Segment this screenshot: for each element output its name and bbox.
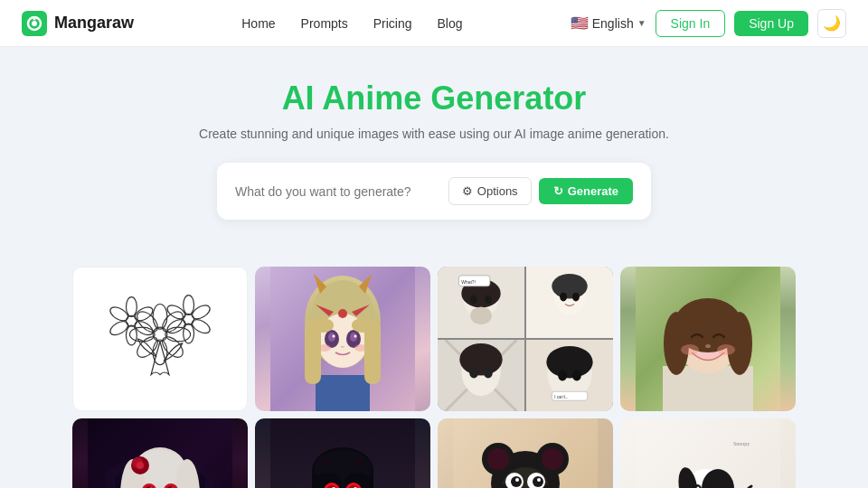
image-gallery: What?! — [0, 267, 868, 488]
svg-point-2 — [32, 21, 37, 26]
gallery-image-6[interactable] — [255, 418, 430, 488]
manga-panel-1: What?! — [438, 267, 524, 338]
manga-panel-svg-4: I can't... — [526, 340, 613, 411]
options-label: Options — [477, 184, 518, 198]
svg-point-61 — [560, 293, 567, 302]
svg-point-84 — [717, 344, 735, 355]
flower-sketch-svg — [73, 267, 247, 410]
nav-right: 🇺🇸 English ▼ Sign In Sign Up 🌙 — [571, 9, 846, 38]
generate-button[interactable]: ↻ Generate — [539, 178, 633, 204]
svg-point-74 — [572, 371, 581, 381]
anime-girl-svg — [255, 267, 430, 411]
snoopy-visual: Snoopy — [620, 418, 796, 488]
gallery-image-7[interactable] — [438, 418, 613, 488]
svg-point-85 — [705, 344, 711, 348]
manga-panel-svg-2 — [526, 267, 613, 338]
svg-point-73 — [558, 371, 567, 381]
hero-subtitle: Create stunning and unique images with e… — [22, 127, 846, 141]
nav-pricing[interactable]: Pricing — [373, 16, 412, 31]
svg-point-144 — [515, 478, 519, 482]
manga-panel-svg-1: What?! — [438, 267, 524, 338]
page-title: AI Anime Generator — [22, 80, 846, 117]
refresh-icon: ↻ — [553, 184, 563, 198]
nav-home[interactable]: Home — [241, 16, 275, 31]
generator-box: ⚙ Options ↻ Generate — [217, 163, 651, 220]
real-girl-visual — [620, 267, 796, 411]
svg-point-38 — [333, 335, 335, 338]
manga-panel-svg-3 — [438, 340, 524, 411]
svg-rect-42 — [316, 375, 370, 411]
manga-panel-3 — [438, 340, 524, 411]
dark-mode-toggle[interactable]: 🌙 — [817, 9, 846, 38]
svg-rect-4 — [89, 267, 231, 410]
svg-point-62 — [572, 293, 580, 302]
gallery-image-5[interactable] — [72, 418, 248, 488]
gothic-vampire-visual — [72, 418, 248, 488]
svg-point-134 — [487, 448, 509, 470]
manga-panel-2 — [526, 267, 613, 338]
gear-icon: ⚙ — [462, 184, 473, 198]
dark-girl-svg — [255, 418, 430, 488]
manga-panels-visual: What?! — [438, 267, 613, 411]
manga-panel-4: I can't... — [526, 340, 613, 411]
generate-label: Generate — [568, 184, 618, 198]
svg-point-136 — [542, 448, 563, 470]
svg-point-55 — [470, 306, 492, 324]
gothic-svg — [72, 418, 248, 488]
chevron-down-icon: ▼ — [637, 18, 646, 28]
svg-point-49 — [352, 318, 373, 333]
svg-point-72 — [546, 346, 592, 379]
svg-point-60 — [552, 274, 588, 299]
svg-point-82 — [727, 312, 752, 375]
gallery-image-4[interactable] — [620, 267, 796, 411]
generator-actions: ⚙ Options ↻ Generate — [448, 177, 633, 205]
real-girl-svg — [620, 267, 796, 411]
prompt-input[interactable] — [235, 184, 448, 199]
svg-text:What?!: What?! — [461, 280, 476, 285]
svg-point-83 — [681, 344, 699, 355]
nav-blog[interactable]: Blog — [438, 16, 463, 31]
nav-prompts[interactable]: Prompts — [301, 16, 348, 31]
svg-point-143 — [533, 476, 543, 487]
mouse-svg — [438, 418, 613, 488]
svg-point-95 — [137, 462, 144, 469]
gallery-image-3[interactable]: What?! — [438, 267, 613, 411]
svg-point-48 — [312, 318, 334, 333]
mouse-cartoon-visual — [438, 418, 613, 488]
svg-point-39 — [354, 335, 357, 338]
logo-text: Mangaraw — [54, 14, 134, 33]
svg-point-142 — [511, 476, 522, 487]
gallery-image-1[interactable] — [72, 267, 248, 411]
dark-girl-visual — [255, 418, 430, 488]
nav-links: Home Prompts Pricing Blog — [241, 16, 462, 31]
flag-icon: 🇺🇸 — [571, 14, 589, 32]
svg-point-145 — [537, 478, 541, 482]
language-selector[interactable]: 🇺🇸 English ▼ — [571, 14, 646, 32]
svg-point-47 — [338, 309, 347, 318]
svg-point-67 — [459, 343, 502, 376]
gallery-image-2[interactable] — [255, 267, 430, 411]
svg-point-53 — [470, 296, 477, 305]
logo-icon — [22, 11, 47, 36]
svg-point-68 — [469, 368, 478, 379]
signin-button[interactable]: Sign In — [656, 10, 726, 37]
options-button[interactable]: ⚙ Options — [448, 177, 532, 205]
hero-section: AI Anime Generator Create stunning and u… — [0, 47, 868, 267]
svg-point-69 — [484, 368, 493, 379]
svg-text:I can't...: I can't... — [554, 395, 568, 399]
language-label: English — [592, 16, 634, 31]
svg-point-3 — [33, 17, 36, 20]
snoopy-svg: Snoopy — [620, 418, 796, 488]
svg-point-81 — [664, 312, 689, 375]
gallery-image-8[interactable]: Snoopy — [620, 418, 796, 488]
svg-point-54 — [485, 296, 492, 305]
navbar: Mangaraw Home Prompts Pricing Blog 🇺🇸 En… — [0, 0, 868, 47]
anime-girl-visual — [255, 267, 430, 411]
logo[interactable]: Mangaraw — [22, 11, 134, 36]
moon-icon: 🌙 — [823, 14, 841, 32]
svg-text:Snoopy: Snoopy — [733, 441, 750, 446]
signup-button[interactable]: Sign Up — [734, 11, 808, 36]
